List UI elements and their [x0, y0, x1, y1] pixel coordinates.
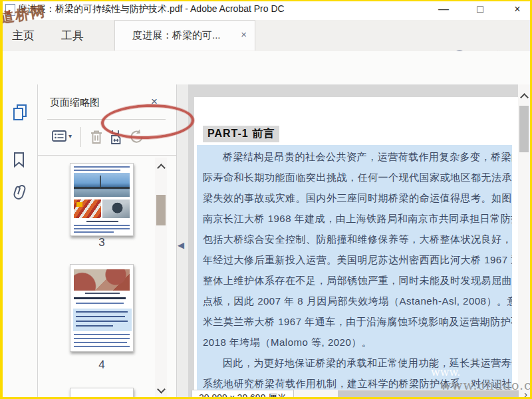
- thumbnail-image: [74, 200, 101, 218]
- thumbnail-text: [76, 316, 125, 317]
- title-bar: 度进展：桥梁的可持续性与防护技术.pdf - Adobe Acrobat Pro…: [0, 0, 532, 20]
- document-text-line: 南京长江大桥 1968 年建成，由上海铁路局和南京市共同承担日常防护，: [203, 208, 512, 229]
- bridge-tower: [100, 176, 101, 188]
- acrobat-window: 度进展：桥梁的可持续性与防护技术.pdf - Adobe Acrobat Pro…: [0, 0, 532, 399]
- thumbnail-text: [74, 225, 130, 226]
- pdf-page: PART-1 前言 桥梁结构是昂贵的社会公共资产，运营荷载作用复杂多变，桥梁的实…: [194, 97, 518, 399]
- navigation-rail: [0, 84, 38, 399]
- document-text-line: 际寿命和长期功能面临突出挑战，任何一个现代国家或地区都无法承受桥: [203, 167, 512, 188]
- page-thumbnail[interactable]: [70, 388, 134, 399]
- watermark-fragment: www.: [431, 366, 460, 378]
- thumbnail-page-number: 3: [70, 236, 134, 249]
- scroll-down-icon[interactable]: [158, 383, 164, 395]
- tab-document-label: 度进展：桥梁的可...: [132, 21, 221, 50]
- document-text-line: 梁失效的事故或灾难。国内外三座同时期桥梁的命运值得思考。如图 1，: [203, 188, 512, 208]
- document-area: PART-1 前言 桥梁结构是昂贵的社会公共资产，运营荷载作用复杂多变，桥梁的实…: [188, 84, 530, 399]
- tab-bar: 主页 工具 度进展：桥梁的可... × ? 登录: [0, 20, 532, 52]
- document-text-line: 年经过大修后重新投入运营。美国明尼苏达州密西西比河大桥 1967 通车，: [203, 249, 512, 270]
- toolbar: ↑ ↓ / 17 − + 50% ▾ ▾ [: [0, 51, 532, 85]
- panel-scrollbar-thumb[interactable]: [156, 195, 166, 225]
- thumbnail-text: [74, 342, 127, 343]
- tab-document[interactable]: 度进展：桥梁的可... ×: [114, 20, 255, 51]
- thumbnail-text: [74, 228, 130, 229]
- tab-close-icon[interactable]: ×: [241, 29, 247, 40]
- scroll-up-icon[interactable]: [521, 91, 527, 103]
- thumbnail-caption: [85, 293, 120, 294]
- text-selection-highlight: 桥梁结构是昂贵的社会公共资产，运营荷载作用复杂多变，桥梁的实 际寿命和长期功能面…: [197, 145, 512, 399]
- scroll-up-icon[interactable]: [158, 162, 164, 174]
- thumbnail-image: [74, 269, 130, 291]
- thumbnail-text: [74, 231, 114, 233]
- tab-tools[interactable]: 工具: [61, 20, 84, 51]
- bookmarks-icon[interactable]: [11, 151, 27, 168]
- thumbnail-text: [76, 321, 128, 322]
- page-thumbnail[interactable]: [70, 163, 134, 236]
- minimize-button[interactable]: —: [429, 0, 458, 19]
- document-text-line: 因此，为更好地保证桥梁的承载和正常使用功能，延长其运营寿命，: [203, 352, 512, 373]
- page-size-indicator: 20.999 x 29.699 厘米: [192, 390, 294, 399]
- thumbnail-text: [74, 338, 130, 339]
- divider: [38, 155, 176, 156]
- thumbnail-image: [74, 173, 130, 197]
- panel-title: 页面缩略图: [50, 96, 100, 109]
- thumbnail-page-number: 4: [70, 358, 134, 372]
- document-heading: PART-1 前言: [203, 126, 279, 142]
- divider: [80, 127, 81, 147]
- thumbnail-text: [74, 346, 130, 347]
- page-thumbnails-icon[interactable]: [11, 103, 29, 122]
- page-thumbnail[interactable]: [70, 264, 134, 352]
- maximize-button[interactable]: □: [466, 0, 495, 19]
- document-text-line: 桥梁结构是昂贵的社会公共资产，运营荷载作用复杂多变，桥梁的实: [203, 145, 512, 167]
- thumbnail-heading: [74, 297, 126, 299]
- thumbnail-text: [74, 166, 130, 168]
- main-area: 页面缩略图 × ▾: [0, 84, 532, 399]
- document-text-line: 2018 年垮塌（Malomo 等, 2020）。: [203, 332, 512, 352]
- thumbnail-text: [76, 311, 128, 313]
- bridge-deck: [74, 187, 130, 189]
- attachments-icon[interactable]: [11, 184, 29, 203]
- chevron-down-icon[interactable]: ▾: [68, 132, 72, 140]
- thumbnail-text: [74, 334, 130, 335]
- thumbnail-options-icon[interactable]: [51, 130, 67, 143]
- document-scrollbar-thumb[interactable]: [519, 106, 529, 152]
- document-text-line: 米兰莫兰蒂大桥 1967 年通车，由于沿海腐蚀环境影响及运营期防护不足，: [203, 311, 512, 332]
- thumbnail-highlight: [73, 309, 132, 331]
- thumbnail-caption: [86, 221, 118, 222]
- thumbnail-image: [102, 200, 130, 218]
- document-text-line: 点板，因此 2007 年 8 月因局部失效垮塌（Astaneh-Asl, 200…: [203, 291, 512, 311]
- document-scrollbar-vertical[interactable]: [518, 84, 530, 390]
- close-button[interactable]: ×: [503, 0, 532, 19]
- document-text-line: 包括大桥综合安全控制、防船撞和维修保养等，大桥整体状况良好，2018: [203, 229, 512, 249]
- window-title: 度进展：桥梁的可持续性与防护技术.pdf - Adobe Acrobat Pro…: [18, 3, 285, 15]
- thumbnail-text: [74, 170, 120, 171]
- collapse-panel-icon[interactable]: ◀: [178, 240, 184, 250]
- document-text-line: 整体上维护体系存在不足，局部锈蚀严重，同时未能及时发现易屈曲的节: [203, 270, 512, 291]
- delete-page-icon[interactable]: [88, 128, 104, 146]
- panel-scrollbar[interactable]: [155, 158, 167, 399]
- site-watermark-url: www.cndao.com: [440, 378, 532, 392]
- thumbnail-text: [76, 303, 124, 304]
- thumbnail-text: [76, 325, 113, 327]
